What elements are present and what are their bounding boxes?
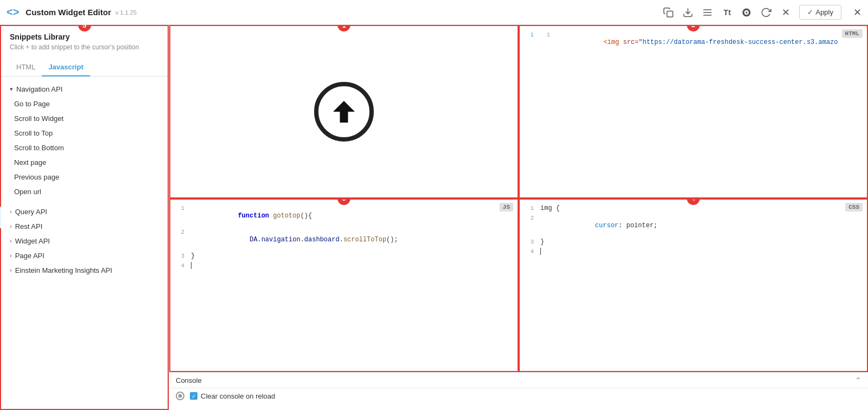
chevron-right-icon: › — [10, 208, 12, 215]
chevron-right-icon: › — [10, 223, 12, 229]
nav-group-page-label: Page API — [15, 252, 44, 260]
apply-label: Apply — [815, 8, 833, 16]
nav-group-query-api[interactable]: › Query API — [1, 204, 168, 219]
snippets-library-title: Snippets Library — [10, 33, 159, 41]
nav-section: ▾ Navigation API Go to Page Scroll to Wi… — [1, 76, 168, 204]
panel-html[interactable]: 2 HTML i 1 <img src="https://datorama-fr… — [519, 25, 868, 198]
html-line-1: i 1 <img src="https://datorama-freshdesk… — [520, 30, 867, 54]
console-bar: Console ⌃ ✓ Clear console on reload — [169, 372, 868, 410]
sidebar-toggle[interactable] — [0, 207, 1, 228]
app-title: Custom Widget Editor — [25, 8, 111, 17]
header: <> Custom Widget Editor v 1.1.25 Tt — [0, 0, 868, 25]
checkmark-icon: ✓ — [192, 393, 196, 399]
editor-panels: 1 2 HTML i 1 <img src="https://datorama-… — [169, 25, 868, 372]
app-version: v 1.1.25 — [116, 9, 137, 16]
apply-check-icon: ✓ — [807, 8, 813, 16]
js-line-3: 3 } — [170, 252, 518, 261]
refresh-icon[interactable] — [760, 7, 772, 18]
snippets-library-hint: Click + to add snippet to the cursor's p… — [10, 43, 159, 52]
svg-point-7 — [746, 11, 748, 13]
chevron-right-icon: › — [10, 267, 12, 273]
nav-item-scroll-to-bottom[interactable]: Scroll to Bottom — [1, 140, 168, 155]
close-x-icon[interactable]: ✕ — [780, 7, 792, 18]
nav-item-scroll-to-top[interactable]: Scroll to Top — [1, 126, 168, 140]
js-label: JS — [500, 203, 513, 212]
nav-group-widget-api[interactable]: › Widget API — [1, 234, 168, 248]
js-line-1: 1 function gototop(){ — [170, 204, 518, 228]
panel-css[interactable]: 4 CSS 1 img { 2 cursor: pointer; 3 } — [519, 198, 868, 372]
nav-item-open-url[interactable]: Open url — [1, 184, 168, 199]
css-line-1: 1 img { — [520, 204, 867, 214]
js-line-4: 4 — [170, 261, 518, 271]
css-line-4: 4 — [520, 247, 867, 257]
clear-console-text: Clear console on reload — [201, 392, 275, 400]
nav-group-label: Navigation API — [16, 85, 62, 93]
font-icon[interactable]: Tt — [721, 7, 733, 18]
nav-group-einstein-label: Einstein Marketing Insights API — [15, 266, 112, 274]
sidebar-tabs: HTML Javascript — [1, 60, 168, 76]
nav-item-go-to-page[interactable]: Go to Page — [1, 97, 168, 111]
chevron-down-icon: ▾ — [10, 86, 13, 93]
sidebar: 5 Snippets Library Click + to add snippe… — [0, 25, 169, 410]
nav-group-rest-label: Rest API — [15, 222, 43, 230]
download-icon[interactable] — [682, 7, 694, 18]
content-area: 1 2 HTML i 1 <img src="https://datorama-… — [169, 25, 868, 410]
speaker-icon[interactable] — [741, 7, 752, 18]
apply-button[interactable]: ✓ Apply — [799, 5, 841, 20]
nav-item-previous-page[interactable]: Previous page — [1, 170, 168, 184]
list-icon[interactable] — [701, 7, 713, 18]
nav-group-rest-api[interactable]: › Rest API — [1, 219, 168, 234]
nav-item-scroll-to-widget[interactable]: Scroll to Widget — [1, 111, 168, 126]
nav-group-page-api[interactable]: › Page API — [1, 248, 168, 263]
tab-html[interactable]: HTML — [10, 60, 42, 76]
arrow-up-icon — [328, 95, 360, 128]
copy-icon[interactable] — [662, 7, 674, 18]
chevron-right-icon: › — [10, 252, 12, 259]
nav-group-navigation-api[interactable]: ▾ Navigation API — [1, 82, 168, 97]
panel-js[interactable]: 3 JS 1 function gototop(){ 2 DA.navigati… — [169, 198, 519, 372]
html-label: HTML — [842, 29, 863, 38]
panel-preview: 1 — [169, 25, 519, 198]
main-layout: 5 Snippets Library Click + to add snippe… — [0, 25, 868, 410]
logo-icon: <> — [7, 6, 19, 18]
clear-console-label[interactable]: ✓ Clear console on reload — [190, 392, 275, 400]
css-line-2: 2 cursor: pointer; — [520, 214, 867, 238]
toolbar: Tt ✕ ✓ Apply ✕ — [662, 5, 861, 20]
main-close-button[interactable]: ✕ — [853, 7, 861, 18]
css-label: CSS — [845, 203, 863, 212]
console-title: Console — [176, 376, 202, 385]
css-line-3: 3 } — [520, 238, 867, 247]
svg-rect-0 — [667, 11, 673, 17]
nav-group-einstein-api[interactable]: › Einstein Marketing Insights API — [1, 263, 168, 278]
nav-group-widget-label: Widget API — [15, 237, 50, 245]
nav-group-query-label: Query API — [15, 208, 47, 216]
console-chevron-icon[interactable]: ⌃ — [855, 376, 861, 385]
console-stop-icon[interactable] — [176, 392, 184, 400]
panel1-badge: 1 — [337, 25, 350, 31]
tab-javascript[interactable]: Javascript — [42, 60, 90, 76]
js-line-2: 2 DA.navigation.dashboard.scrollToTop(); — [170, 228, 518, 252]
preview-arrow-circle — [314, 82, 374, 142]
console-header: Console ⌃ — [169, 373, 868, 388]
clear-console-checkbox[interactable]: ✓ — [190, 392, 197, 400]
console-controls: ✓ Clear console on reload — [169, 388, 868, 403]
sidebar-inner: 5 Snippets Library Click + to add snippe… — [0, 25, 169, 410]
chevron-right-icon: › — [10, 238, 12, 244]
nav-item-next-page[interactable]: Next page — [1, 155, 168, 170]
